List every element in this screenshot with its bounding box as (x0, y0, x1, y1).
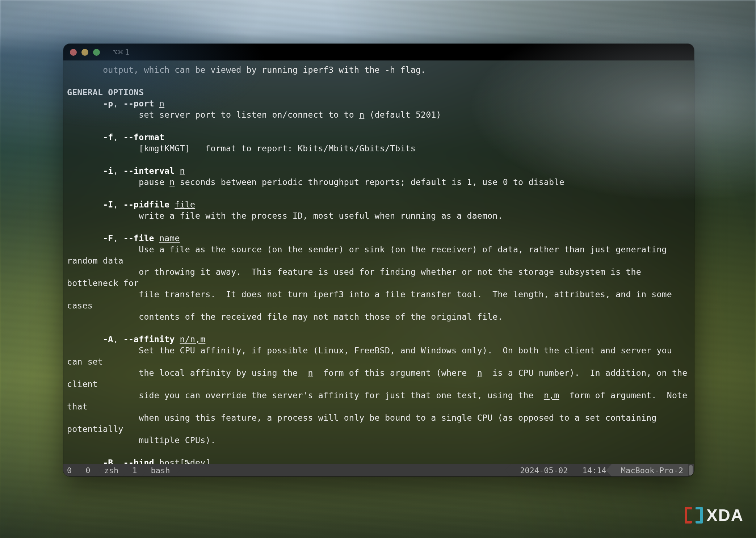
status-host: MacBook-Pro-2 (612, 464, 688, 476)
opt-arg: name (159, 233, 180, 243)
opt-long: --affinity (123, 334, 175, 344)
opt-arg: n/n,m (180, 334, 206, 344)
tmux-statusbar: 0 0 zsh 1 bash 2024-05-02 14:14 MacBook-… (63, 464, 694, 476)
opt-arg: file (175, 199, 195, 209)
bracket-right-icon (696, 507, 703, 524)
opt-arg: n (159, 98, 164, 108)
status-right: 2024-05-02 14:14 MacBook-Pro-2 (511, 464, 694, 476)
opt-short: -F (103, 233, 113, 243)
minimize-icon[interactable] (81, 49, 88, 56)
manpage-content: output, which can be viewed by running i… (67, 64, 690, 464)
xda-watermark: XDA (685, 505, 744, 525)
opt-short: -I (103, 199, 113, 209)
opt-arg: n (180, 166, 185, 176)
tab-index: 1 (125, 48, 130, 57)
titlebar: ⌥⌘1 (63, 44, 694, 60)
bracket-left-icon (685, 507, 692, 524)
tab-indicator: ⌥⌘1 (113, 48, 130, 57)
opt-long: --pidfile (123, 199, 169, 209)
terminal-window: ⌥⌘1 output, which can be viewed by runni… (63, 44, 694, 476)
close-icon[interactable] (70, 49, 77, 56)
status-proc-zsh[interactable]: zsh (95, 464, 123, 476)
section-heading: GENERAL OPTIONS (67, 87, 144, 97)
status-session[interactable]: 0 (63, 464, 76, 476)
tab-glyph: ⌥⌘ (113, 48, 123, 57)
opt-short: -p (103, 98, 113, 108)
opt-long: --port (123, 98, 154, 108)
zoom-icon[interactable] (93, 49, 100, 56)
scroll-indicator-icon (689, 465, 693, 475)
traffic-lights (70, 49, 100, 56)
opt-short: -A (103, 334, 113, 344)
opt-short: -i (103, 166, 113, 176)
opt-long: --interval (123, 166, 175, 176)
status-time: 14:14 (573, 464, 612, 476)
status-date: 2024-05-02 (511, 464, 573, 476)
opt-short: -B (103, 458, 113, 464)
status-proc-bash[interactable]: bash (142, 464, 175, 476)
terminal-viewport[interactable]: output, which can be viewed by running i… (63, 60, 694, 464)
opt-long: --file (123, 233, 154, 243)
status-window-0[interactable]: 0 (76, 464, 94, 476)
opt-desc-affinity: Set the CPU affinity, if possible (Linux… (67, 345, 693, 445)
status-window-1[interactable]: 1 (123, 464, 141, 476)
opt-long: --bind (123, 458, 154, 464)
intro-line: output, which can be viewed by running i… (67, 65, 426, 75)
watermark-text: XDA (706, 505, 744, 525)
opt-long: --format (123, 132, 164, 142)
opt-desc-file: Use a file as the source (on the sender)… (67, 244, 677, 321)
opt-short: -f (103, 132, 113, 142)
